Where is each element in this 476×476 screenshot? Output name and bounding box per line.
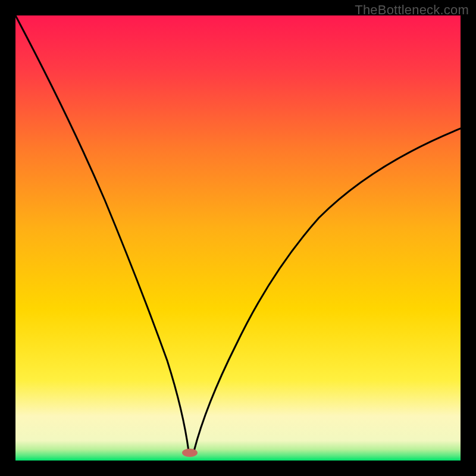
bottleneck-curve-left — [15, 15, 189, 451]
bottleneck-marker — [182, 449, 198, 457]
chart-curve-layer — [15, 15, 461, 461]
bottleneck-curve-right — [194, 129, 461, 451]
watermark-text: TheBottleneck.com — [355, 2, 469, 18]
